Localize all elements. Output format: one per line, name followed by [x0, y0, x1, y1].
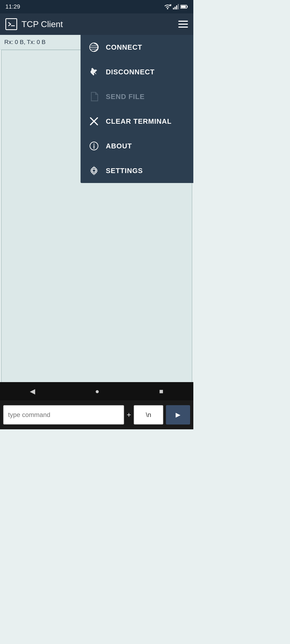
svg-rect-8 — [187, 6, 188, 8]
app-bar: TCP Client — [0, 13, 193, 35]
dropdown-menu: CONNECT DISCONNECT SEND FILE CLEAR TERMI… — [81, 35, 193, 183]
rx-tx-stats: Rx: 0 B, Tx: 0 B — [4, 39, 46, 46]
svg-rect-4 — [175, 7, 176, 9]
status-icons — [164, 4, 188, 10]
svg-rect-6 — [178, 4, 179, 9]
time: 11:29 — [5, 3, 20, 10]
send-arrow-icon: ► — [174, 410, 182, 419]
wifi-icon — [164, 4, 171, 10]
back-button[interactable]: ◀ — [30, 387, 35, 396]
svg-point-20 — [92, 169, 96, 172]
menu-item-connect[interactable]: CONNECT — [81, 35, 193, 60]
suffix-input[interactable]: \n — [134, 405, 163, 425]
connect-icon — [89, 42, 99, 53]
send-file-label: SEND FILE — [106, 93, 145, 101]
connect-label: CONNECT — [106, 43, 142, 52]
svg-rect-3 — [173, 8, 174, 9]
send-button[interactable]: ► — [166, 405, 190, 425]
disconnect-label: DISCONNECT — [106, 68, 155, 76]
menu-item-settings[interactable]: SETTINGS — [81, 158, 193, 183]
clear-terminal-label: CLEAR TERMINAL — [106, 117, 172, 126]
about-label: ABOUT — [106, 142, 132, 150]
hamburger-line-2 — [178, 24, 188, 25]
settings-label: SETTINGS — [106, 167, 143, 175]
status-bar: 11:29 — [0, 0, 193, 13]
menu-item-send-file[interactable]: SEND FILE — [81, 84, 193, 109]
suffix-value: \n — [146, 411, 151, 419]
svg-rect-9 — [181, 6, 186, 8]
hamburger-menu-button[interactable] — [178, 21, 188, 28]
svg-point-19 — [93, 144, 95, 145]
disconnect-icon — [89, 67, 99, 77]
android-nav-bar: ◀ ● ■ — [0, 382, 193, 400]
hamburger-line-3 — [178, 27, 188, 28]
menu-item-disconnect[interactable]: DISCONNECT — [81, 60, 193, 84]
svg-point-0 — [167, 8, 168, 9]
plus-label: + — [127, 411, 131, 419]
hamburger-line-1 — [178, 21, 188, 22]
bottom-bar: + \n ► — [0, 400, 193, 429]
file-icon — [89, 91, 99, 102]
close-icon — [89, 116, 99, 127]
terminal-icon — [5, 18, 17, 30]
command-input[interactable] — [3, 405, 124, 425]
home-button[interactable]: ● — [95, 387, 99, 396]
menu-item-about[interactable]: ABOUT — [81, 134, 193, 158]
app-title: TCP Client — [21, 19, 63, 29]
terminal-svg — [8, 21, 15, 27]
svg-rect-5 — [176, 5, 177, 9]
recent-button[interactable]: ■ — [159, 387, 164, 396]
battery-icon — [180, 5, 188, 9]
info-icon — [89, 141, 99, 151]
signal-icon — [173, 4, 179, 9]
gear-icon — [89, 165, 99, 176]
menu-item-clear-terminal[interactable]: CLEAR TERMINAL — [81, 109, 193, 134]
app-bar-left: TCP Client — [5, 18, 63, 30]
